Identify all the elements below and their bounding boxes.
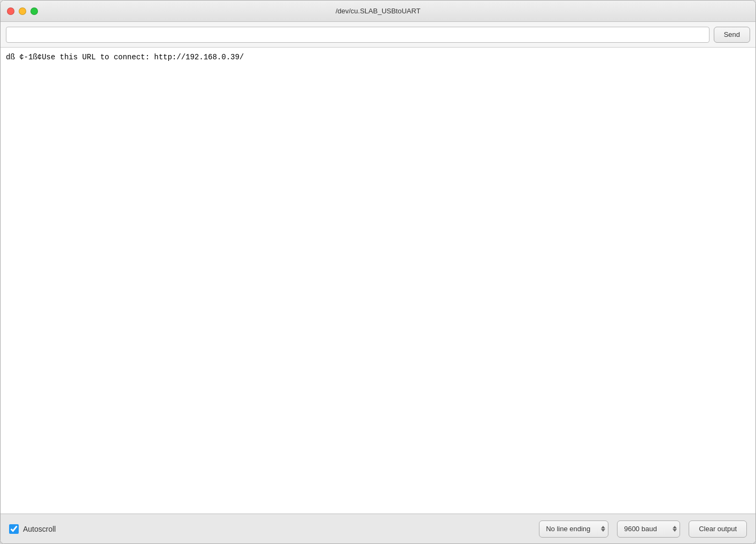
main-window: /dev/cu.SLAB_USBtoUART Send dß ¢-1ß¢Use …	[0, 0, 756, 544]
serial-input[interactable]	[6, 27, 709, 43]
baud-rate-select[interactable]: 300 baud 1200 baud 2400 baud 4800 baud 9…	[617, 520, 680, 538]
footer-bar: Autoscroll No line ending Newline Carria…	[1, 514, 755, 543]
baud-rate-wrapper: 300 baud 1200 baud 2400 baud 4800 baud 9…	[617, 520, 680, 538]
autoscroll-label: Autoscroll	[23, 525, 56, 533]
send-button[interactable]: Send	[714, 27, 750, 43]
clear-output-button[interactable]: Clear output	[689, 520, 747, 538]
maximize-button[interactable]	[30, 7, 38, 15]
traffic-lights	[7, 7, 38, 15]
output-line: dß ¢-1ß¢Use this URL to connect: http://…	[6, 52, 750, 63]
close-button[interactable]	[7, 7, 14, 15]
window-title: /dev/cu.SLAB_USBtoUART	[336, 7, 421, 15]
autoscroll-container: Autoscroll	[9, 524, 56, 534]
line-ending-wrapper: No line ending Newline Carriage return B…	[539, 520, 608, 538]
autoscroll-checkbox[interactable]	[9, 524, 19, 534]
titlebar: /dev/cu.SLAB_USBtoUART	[1, 1, 755, 22]
minimize-button[interactable]	[19, 7, 26, 15]
line-ending-select[interactable]: No line ending Newline Carriage return B…	[539, 520, 608, 538]
output-area: dß ¢-1ß¢Use this URL to connect: http://…	[1, 48, 755, 514]
input-bar: Send	[1, 22, 755, 48]
